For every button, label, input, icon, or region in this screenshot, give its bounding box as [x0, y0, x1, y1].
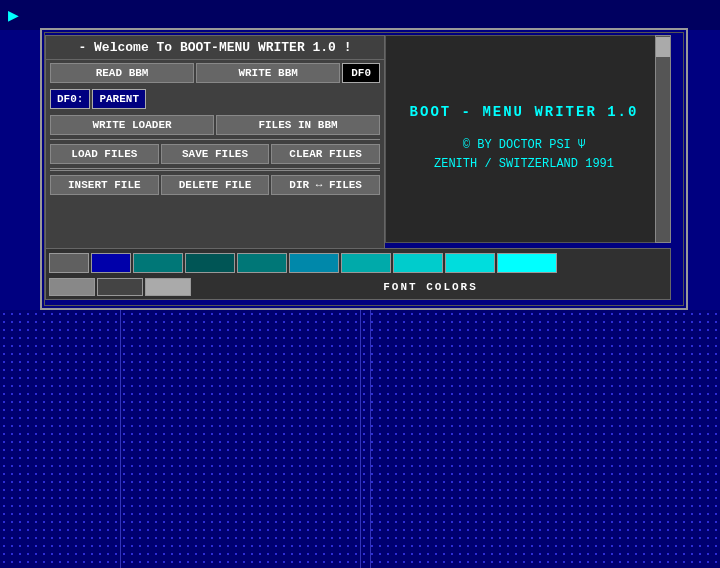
df0-button[interactable]: DF0 [342, 63, 380, 83]
delete-file-button[interactable]: DELETE FILE [161, 175, 270, 195]
scrollbar-thumb [656, 37, 670, 57]
bottom-area [0, 310, 720, 568]
df0-label-button[interactable]: DF0: [50, 89, 90, 109]
separator-2 [50, 168, 380, 169]
right-panel: BOOT - MENU WRITER 1.0 © BY DOCTOR PSI Ψ… [385, 35, 663, 243]
dir-files-button[interactable]: DIR ↔ FILES [271, 175, 380, 195]
vline-1 [120, 310, 121, 568]
row-2: DF0: PARENT [46, 86, 384, 112]
top-icon: ▶ [8, 4, 19, 26]
swatch-dark-teal[interactable] [185, 253, 235, 273]
swatch-b-dark[interactable] [97, 278, 143, 296]
top-bar: ▶ [0, 0, 720, 30]
right-copy-2: ZENITH / SWITZERLAND 1991 [434, 155, 614, 174]
welcome-text: - Welcome To BOOT-MENU WRITER 1.0 ! [46, 36, 384, 60]
insert-file-button[interactable]: INSERT FILE [50, 175, 159, 195]
clear-files-button[interactable]: CLEAR FILES [271, 144, 380, 164]
row-5: INSERT FILE DELETE FILE DIR ↔ FILES [46, 172, 384, 198]
swatch-teal-1[interactable] [133, 253, 183, 273]
separator-1 [50, 139, 380, 140]
row-3: WRITE LOADER FILES IN BBM [46, 112, 384, 138]
swatch-cyan-2[interactable] [393, 253, 443, 273]
swatch-b-light[interactable] [145, 278, 191, 296]
right-title: BOOT - MENU WRITER 1.0 [410, 104, 639, 120]
swatch-blue-teal[interactable] [289, 253, 339, 273]
swatch-bright-cyan[interactable] [497, 253, 557, 273]
right-scrollbar[interactable] [655, 35, 671, 243]
row-4: LOAD FILES SAVE FILES CLEAR FILES [46, 141, 384, 167]
files-in-bbm-button[interactable]: FILES IN BBM [216, 115, 380, 135]
swatch-cyan-1[interactable] [341, 253, 391, 273]
swatch-dark-blue[interactable] [91, 253, 131, 273]
read-bbm-button[interactable]: READ BBM [50, 63, 194, 83]
swatch-cyan-3[interactable] [445, 253, 495, 273]
colors-strip: FONT COLORS [45, 248, 671, 300]
right-copy-1: © BY DOCTOR PSI Ψ [463, 136, 585, 155]
parent-button[interactable]: PARENT [92, 89, 146, 109]
separator-3 [50, 170, 380, 171]
write-loader-button[interactable]: WRITE LOADER [50, 115, 214, 135]
vline-2 [360, 310, 361, 568]
save-files-button[interactable]: SAVE FILES [161, 144, 270, 164]
swatch-gray[interactable] [49, 253, 89, 273]
write-bbm-button[interactable]: WRITE BBM [196, 63, 340, 83]
swatch-b-gray[interactable] [49, 278, 95, 296]
font-colors-label: FONT COLORS [191, 281, 670, 293]
vline-3 [370, 310, 371, 568]
swatch-teal-2[interactable] [237, 253, 287, 273]
row-1: READ BBM WRITE BBM DF0 [46, 60, 384, 86]
load-files-button[interactable]: LOAD FILES [50, 144, 159, 164]
